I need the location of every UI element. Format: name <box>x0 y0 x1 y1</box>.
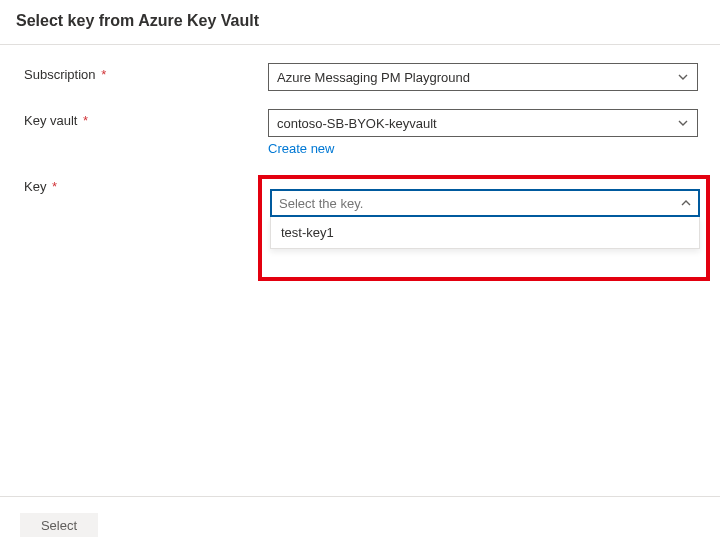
row-keyvault: Key vault * contoso-SB-BYOK-keyvault Cre… <box>24 109 704 157</box>
chevron-down-icon <box>677 117 689 129</box>
required-indicator: * <box>101 67 106 82</box>
label-subscription: Subscription * <box>24 63 268 82</box>
page-title: Select key from Azure Key Vault <box>16 12 704 30</box>
key-highlight-box: test-key1 <box>258 175 710 281</box>
label-keyvault: Key vault * <box>24 109 268 128</box>
footer-bar: Select <box>0 496 720 554</box>
key-dropdown-list: test-key1 <box>270 217 700 249</box>
required-indicator: * <box>83 113 88 128</box>
label-key: Key * <box>24 175 268 194</box>
panel-header: Select key from Azure Key Vault <box>0 0 720 45</box>
keyvault-select[interactable]: contoso-SB-BYOK-keyvault <box>268 109 698 137</box>
key-select-input[interactable] <box>270 189 700 217</box>
key-option[interactable]: test-key1 <box>271 217 699 248</box>
row-subscription: Subscription * Azure Messaging PM Playgr… <box>24 63 704 91</box>
keyvault-value: contoso-SB-BYOK-keyvault <box>277 116 437 131</box>
select-button[interactable]: Select <box>20 513 98 537</box>
subscription-select[interactable]: Azure Messaging PM Playground <box>268 63 698 91</box>
row-key: Key * test-key1 <box>24 175 704 281</box>
create-new-link[interactable]: Create new <box>268 141 334 156</box>
subscription-value: Azure Messaging PM Playground <box>277 70 470 85</box>
chevron-down-icon <box>677 71 689 83</box>
required-indicator: * <box>52 179 57 194</box>
form-content: Subscription * Azure Messaging PM Playgr… <box>0 45 720 281</box>
